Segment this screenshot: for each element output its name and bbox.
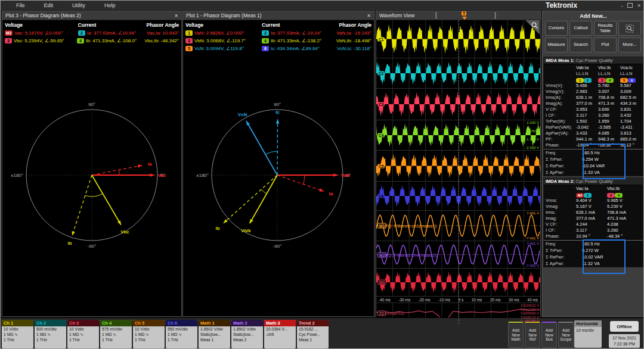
channel-card-ch-1[interactable]: Ch 110 V/div1 MΩ ∿1 THz (2, 320, 33, 348)
minimize-button[interactable]: – (621, 3, 623, 8)
menu-item-edit[interactable]: Edit (44, 2, 54, 8)
waveform-view-header: Waveform View (376, 11, 540, 20)
channel-badge-C1[interactable]: C1 (377, 37, 385, 41)
channel-badge-C3[interactable]: C3 (377, 102, 385, 107)
channel-card-ch-2[interactable]: Ch 2500 mV/div1 MΩ ∿1 THz (35, 320, 66, 348)
button-cursors[interactable]: Cursors (545, 21, 568, 36)
channel-badge-C4[interactable]: C4 (377, 133, 385, 138)
meas-col-header: Vab:Ia (576, 64, 598, 71)
meas-value: 3.260 (607, 228, 638, 233)
meas-value: 4.038 (607, 222, 638, 228)
channel-card-line: 1 THz (36, 338, 64, 343)
offline-button[interactable]: Offline (610, 321, 639, 332)
zoom-bracket-close[interactable]: ] (494, 12, 496, 18)
menu-item-help[interactable]: Help (104, 2, 116, 8)
meas-value: -3.411 (620, 124, 642, 130)
channel-card-title: Math 2 (231, 320, 263, 326)
channel-card-body: 10 V/div1 MΩ ∿1 THz (67, 326, 99, 344)
meas-value: 434.3 m (620, 101, 642, 107)
meas-value: 5.780 (598, 83, 620, 89)
angle-cell: VaN,Ia: -19.243° (333, 30, 371, 36)
horizontal-panel[interactable]: Horizontal 10 ms/div (574, 320, 602, 348)
zoom-icon[interactable] (618, 21, 641, 36)
time-tick-label: 10 ms (472, 298, 482, 302)
maximize-button[interactable] (627, 3, 633, 8)
button-add-new-ref[interactable]: Add New Ref (525, 322, 540, 348)
meas-badges: 123456 (544, 77, 643, 83)
meas-row: I CF:3.1173.2603.432 (544, 113, 643, 119)
channel-card-line: 1.8502 V/div (200, 327, 228, 332)
meas-value: -48.34 ° (607, 233, 638, 239)
zoom-bracket-open[interactable]: [ (435, 12, 437, 18)
source-badge: 6 (628, 78, 636, 83)
button-results-table[interactable]: Results Table (594, 21, 617, 36)
channel-card-ch-3[interactable]: Ch 310 V/div1 MΩ ∿1 THz (67, 320, 99, 348)
trigger-marker[interactable]: T (462, 11, 466, 15)
magnifier-icon (531, 21, 538, 29)
time-tick-label: 0 s (459, 298, 464, 302)
source-badge: 2 (262, 30, 269, 36)
angle-value: VcN,Ic: -30.118° (337, 46, 371, 51)
button-add-new-bus[interactable]: Add New Bus (541, 322, 557, 348)
meas-value: 471.3 m (598, 101, 620, 107)
source-badge: 3 (598, 78, 606, 83)
channel-card-line: 1 THz (102, 338, 130, 343)
phasor-diagram: 90°-90°0°±180°VacIaVbcIb (2, 20, 181, 317)
channel-card-trend-2[interactable]: Trend 215.9182 ...Cyc Powe...Meas 1 (297, 320, 329, 348)
meas-value: 3.831 (620, 107, 642, 113)
meas-row: TrPwr(W):1.5921.9591.704 (544, 119, 643, 124)
phasor-table-row: 3Vbc: 5.2394V, ∠-59.65°4Ib: 471.33mA, ∠-… (2, 37, 181, 45)
source-badge: 5 (620, 78, 628, 83)
button-plot[interactable]: Plot (594, 38, 617, 52)
channel-card-line: 10.0364 V... (266, 327, 294, 332)
channel-card-ch-6[interactable]: Ch 6550 mV/div1 MΩ ∿1 THz (166, 320, 197, 348)
angle-cell: Vbc,Ib: -48.342° (145, 38, 179, 43)
channel-card-math-3[interactable]: Math 310.0364 V...-ch5 (264, 320, 296, 348)
channel-card-title: Ch 1 (2, 320, 33, 326)
meas-badges: M3234 (544, 192, 643, 198)
time-tick-label: 40 ms (527, 298, 538, 302)
button-add-new-scope[interactable]: Add New Scope (558, 322, 574, 348)
tektronix-logo: Tektronix (546, 1, 577, 10)
svg-text:Ia: Ia (329, 191, 333, 197)
channel-card-line: Static|low... (200, 332, 228, 338)
plot-content: 90°-90°0°±180°VaNIaVbNIbVcNIcVoltageCurr… (183, 20, 374, 317)
source-badge: 6 (262, 46, 269, 51)
button-callout[interactable]: Callout (569, 21, 592, 36)
angle-value: VbN,Ib: -18.498° (336, 38, 371, 43)
phasor-plot-3: Plot 3 - Phasor Diagram (Meas 2)✕90°-90°… (2, 11, 182, 317)
channel-card-body: 1.8502 V/divStatic|low...Meas 2 (231, 326, 263, 344)
close-icon[interactable]: ✕ (367, 13, 371, 18)
close-icon[interactable]: ✕ (174, 13, 178, 18)
source-badge: 1 (576, 78, 584, 83)
channel-badge-M3[interactable]: M3 (377, 280, 386, 285)
meas-row-label: TrPwr(W): (544, 119, 576, 124)
channel-card-ch-4[interactable]: Ch 4575 mV/div1 MΩ ∿1 THz (100, 320, 132, 348)
channel-card-line: 15.9182 ... (299, 327, 327, 332)
scale-label: 2.300 V (527, 121, 539, 124)
menu-item-utility[interactable]: Utility (72, 2, 85, 8)
angle-value: Vbc,Ib: -48.342° (145, 38, 179, 43)
channel-card-line: Meas 1 (299, 338, 327, 343)
button-more-[interactable]: More... (618, 38, 641, 52)
button-search[interactable]: Search (569, 38, 592, 52)
channel-badge-C2[interactable]: C2 (377, 71, 385, 76)
channel-card-ch-5[interactable]: Ch 510 V/div1 MΩ ∿1 THz (133, 320, 165, 348)
button-add-new-math[interactable]: Add New Math (508, 322, 524, 348)
menu-item-file[interactable]: File (16, 2, 25, 8)
svg-text:Ib: Ib (216, 226, 220, 231)
horizontal-scale: 10 ms/div (574, 327, 602, 334)
plot-content: 90°-90°0°±180°VacIaVbcIbVoltageCurrentPh… (2, 20, 181, 317)
channel-badge-C6[interactable]: C6 (377, 194, 385, 198)
channel-card-math-2[interactable]: Math 21.8502 V/divStatic|low...Meas 2 (231, 320, 263, 348)
meas-col-subheader: LL-LN (598, 71, 620, 77)
channel-card-math-1[interactable]: Math 11.8502 V/divStatic|low...Meas 1 (199, 320, 230, 348)
meas-value: 5.466 (576, 83, 598, 89)
channel-card-line: Cyc Powe... (299, 332, 327, 338)
channel-badge-C5[interactable]: C5 (377, 164, 385, 168)
imda-meas2-title-bold: IMDA Meas 2: (546, 179, 576, 184)
close-button[interactable]: ✕ (637, 3, 641, 8)
button-measure[interactable]: Measure (545, 38, 568, 52)
scale-label: 5.459959 V (521, 311, 539, 315)
selection-highlight-meas2 (583, 239, 626, 274)
